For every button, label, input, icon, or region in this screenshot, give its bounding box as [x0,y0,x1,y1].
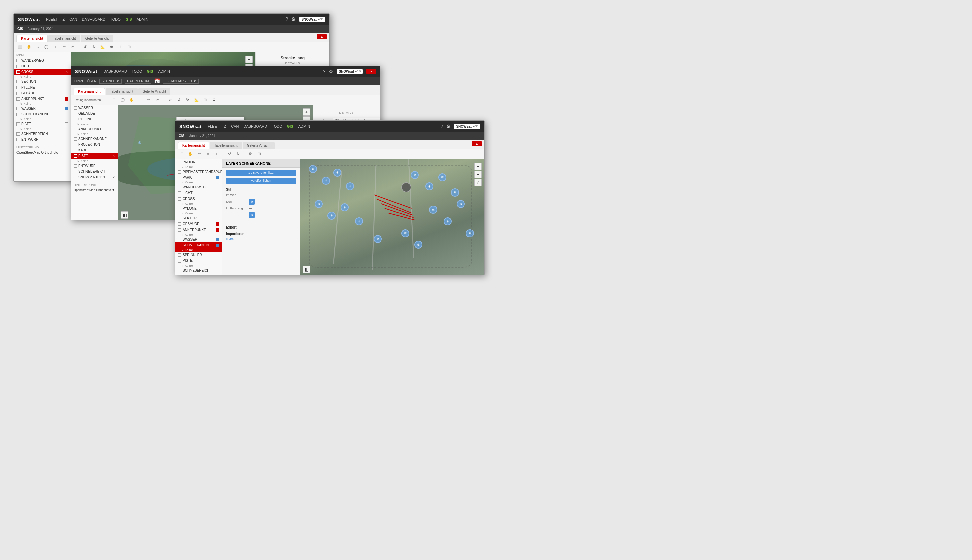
sidebar-piste-3[interactable]: PISTE [175,258,222,263]
nav-dashboard-3[interactable]: DASHBOARD [243,124,267,128]
map-layers-btn-2[interactable]: ◧ [121,212,128,219]
sidebar-pylone-3[interactable]: PYLONE [175,206,222,212]
cb-schneekanone-1[interactable] [17,113,20,116]
sidebar-schnebereich-3[interactable]: SCHNEBEREICH [175,268,222,273]
nav-fleet-1[interactable]: FLEET [46,17,58,21]
cb-sektor-3[interactable] [178,217,182,220]
fahrzeug-icon-box-3[interactable]: ❄ [249,212,255,218]
tool-grid-3[interactable]: ⊞ [255,150,263,158]
cb-gebaeude-2[interactable] [74,112,77,115]
sidebar-ankerpunkt-1[interactable]: ANKERPUNKT [14,96,71,102]
calendar-icon-2[interactable]: 📅 [154,78,160,84]
nav-todo-1[interactable]: TODO [110,17,121,21]
nav-admin-1[interactable]: ADMIN [137,17,148,21]
publish-btn-3[interactable]: 1 gist veröffentlic... [226,170,296,176]
sidebar-attribution-2[interactable]: OpenStreetMap Orthophoto ▼ [71,187,118,193]
cb-piste-3[interactable] [178,259,182,262]
help-icon-3[interactable]: ? [440,123,443,129]
cb-schnebereich-3[interactable] [178,269,182,272]
sidebar-ankerpunkt-2[interactable]: ANKERPUNKT [71,126,118,132]
sidebar-schnebereich-2[interactable]: SCHNEBEREICH [71,168,118,174]
tool-hand-1[interactable]: ✋ [25,43,33,51]
cb-pipe-3[interactable] [178,170,182,174]
tool-grid-1[interactable]: ⊞ [125,43,133,51]
cb-gebaeude-3[interactable] [178,222,182,226]
tool-redo-2[interactable]: ↻ [184,96,192,104]
tool-undo-1[interactable]: ↺ [82,43,89,51]
sidebar-projektion-2[interactable]: PROJEKTION [71,142,118,147]
cb-cross-1[interactable] [17,70,20,74]
zoom-in-3[interactable]: + [474,163,482,170]
sidebar-piste-2[interactable]: PISTE ✕ [71,153,118,159]
tool-settings-2[interactable]: ⚙ [210,96,218,104]
nav-dashboard-2[interactable]: DASHBOARD [103,69,127,73]
tool-layers-2[interactable]: ⊞ [202,96,209,104]
tool-cursor-2[interactable]: ⊡ [110,96,118,104]
tool-redo-1[interactable]: ↻ [90,43,98,51]
cb-schnebereich-2[interactable] [74,170,77,173]
tab-tabellenansicht-1[interactable]: Tabellenansicht [48,35,80,42]
tool-hand-3[interactable]: ✋ [187,150,194,158]
zoom-fit-3[interactable]: ⤢ [474,179,482,186]
sidebar-cross-3[interactable]: CROSS [175,196,222,202]
sidebar-kabel-2[interactable]: KABEL [71,147,118,153]
sidebar-entwurf-1[interactable]: ENTWURF [14,137,71,142]
sidebar-pipe-3[interactable]: PIPEMASTERFAHRSPUREN [175,169,222,175]
settings-icon-2[interactable]: ⚙ [329,68,333,74]
cb-pylone-2[interactable] [74,118,77,121]
upload-btn-1[interactable]: ▲ [317,34,327,39]
tab-geteilte-2[interactable]: Geteilte Ansicht [138,88,170,95]
nav-admin-2[interactable]: ADMIN [158,69,170,73]
cb-wasser-3[interactable] [178,238,182,241]
sidebar-schneekanone-3[interactable]: SCHNEEKANONE [175,242,222,248]
sidebar-gebaeude-2[interactable]: GEBÄUDE [71,111,118,117]
tab-kartenansicht-1[interactable]: Kartenansicht [17,35,48,42]
tool-redo-3[interactable]: ↻ [234,150,242,158]
date-btn[interactable]: 16. JANUAR 2021 ▼ [163,79,199,84]
cb-wanderweg-3[interactable] [178,186,182,189]
hinzufugen-btn[interactable]: HINZUFÜGEN [74,79,97,83]
sidebar-wanderweg-1[interactable]: WANDERWEG [14,58,71,63]
sidebar-cross-1[interactable]: CROSS ✕ [14,69,71,75]
tool-layers-1[interactable]: ⊕ [108,43,115,51]
nav-z-1[interactable]: Z [62,17,65,21]
nav-gis-2[interactable]: GIS [147,69,153,73]
nav-can-3[interactable]: CAN [231,124,238,128]
tool-select-1[interactable]: ⊙ [34,43,42,51]
cb-schnebereich-1[interactable] [17,132,20,136]
tool-circle-2[interactable]: ◯ [119,96,127,104]
nav-fleet-3[interactable]: FLEET [208,124,219,128]
tool-add-1[interactable]: + [52,43,59,51]
cb-projektion-2[interactable] [74,143,77,147]
tool-pen-1[interactable]: ✏ [60,43,68,51]
sidebar-licht-3[interactable]: LICHT [175,190,222,196]
tab-kartenansicht-2[interactable]: Kartenansicht [74,88,105,95]
sidebar-sektion-1[interactable]: SEKTION [14,79,71,85]
tab-geteilte-3[interactable]: Geteilte Ansicht [243,142,275,149]
nav-admin-3[interactable]: ADMIN [298,124,310,128]
cb-pylone-3[interactable] [178,207,182,210]
sidebar-gebaeude-3[interactable]: GEBÄUDE [175,221,222,227]
upload-btn-3[interactable]: ▲ [472,141,482,147]
tab-tabellenansicht-3[interactable]: Tabellenansicht [210,142,242,149]
tool-undo-3[interactable]: ↺ [225,150,233,158]
nav-dashboard-1[interactable]: DASHBOARD [82,17,105,21]
sidebar-wasser-3[interactable]: WASSER [175,237,222,242]
tool-cursor-3[interactable]: ⊡ [178,150,185,158]
sidebar-entwurf-2[interactable]: ENTWURF [71,163,118,168]
sidebar-schneekanone-1[interactable]: SCHNEEKANONE [14,112,71,117]
sidebar-pylone-2[interactable]: PYLONE [71,117,118,122]
cb-licht-1[interactable] [17,65,20,68]
cb-wasser-1[interactable] [17,107,20,110]
zoom-out-3[interactable]: − [474,171,482,178]
tool-undo-2[interactable]: ↺ [175,96,183,104]
sidebar-wasser-2[interactable]: WASSER [71,105,118,111]
daten-from-btn[interactable]: DATEN FROM [125,79,151,84]
zoom-in-2[interactable]: + [303,108,310,116]
sidebar-wasser-1[interactable]: WASSER [14,106,71,112]
tool-settings-3[interactable]: ⚙ [247,150,254,158]
sidebar-attribution-1[interactable]: OpenStreetMap Orthophoto [14,150,71,155]
map-layers-btn-3[interactable]: ◧ [303,265,310,273]
tool-draw-circle-1[interactable]: ◯ [43,43,50,51]
cb-entwurf-2[interactable] [74,164,77,168]
